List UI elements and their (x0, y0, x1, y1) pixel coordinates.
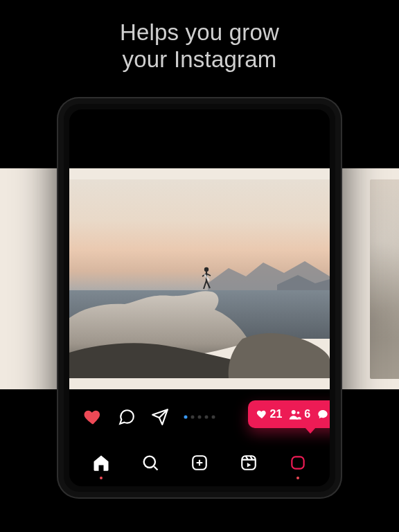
nav-profile[interactable] (284, 449, 312, 477)
notif-followers-count: 6 (304, 408, 310, 420)
tablet-screen: 21 6 24 (69, 109, 330, 486)
notif-likes: 21 (256, 408, 283, 420)
svg-point-2 (204, 267, 209, 272)
app-store-screenshot: Helps you grow your Instagram (0, 0, 399, 532)
notif-comments: 24 (317, 408, 330, 420)
nav-home[interactable] (87, 449, 115, 477)
svg-rect-8 (292, 456, 304, 468)
svg-point-3 (292, 410, 296, 414)
pager-dot (212, 416, 215, 419)
svg-point-5 (143, 456, 154, 468)
pager-dot (184, 416, 188, 419)
nav-profile-indicator-dot (296, 477, 299, 479)
nav-reels[interactable] (235, 449, 263, 477)
post-photo-frame (69, 168, 330, 389)
svg-point-4 (297, 411, 300, 414)
nav-home-indicator-dot (100, 477, 103, 479)
bottom-nav (69, 443, 330, 486)
engagement-notification-bubble: 21 6 24 (248, 400, 330, 428)
tablet-device-frame: 21 6 24 (57, 97, 342, 499)
pager-dot (198, 416, 202, 419)
share-button[interactable] (151, 408, 169, 426)
comment-button[interactable] (118, 408, 136, 426)
pager-dot (205, 416, 209, 419)
headline-line-2: your Instagram (0, 46, 399, 73)
notif-followers: 6 (289, 408, 310, 420)
carousel-pager (184, 416, 215, 419)
nav-search[interactable] (136, 449, 164, 477)
next-post-peek (370, 179, 399, 379)
nav-create[interactable] (186, 449, 213, 477)
pager-dot (191, 416, 195, 419)
like-button[interactable] (83, 407, 103, 427)
svg-rect-7 (242, 456, 256, 470)
headline: Helps you grow your Instagram (0, 19, 399, 73)
headline-line-1: Helps you grow (0, 19, 399, 46)
notif-likes-count: 21 (270, 408, 283, 420)
post-photo[interactable] (69, 179, 330, 378)
